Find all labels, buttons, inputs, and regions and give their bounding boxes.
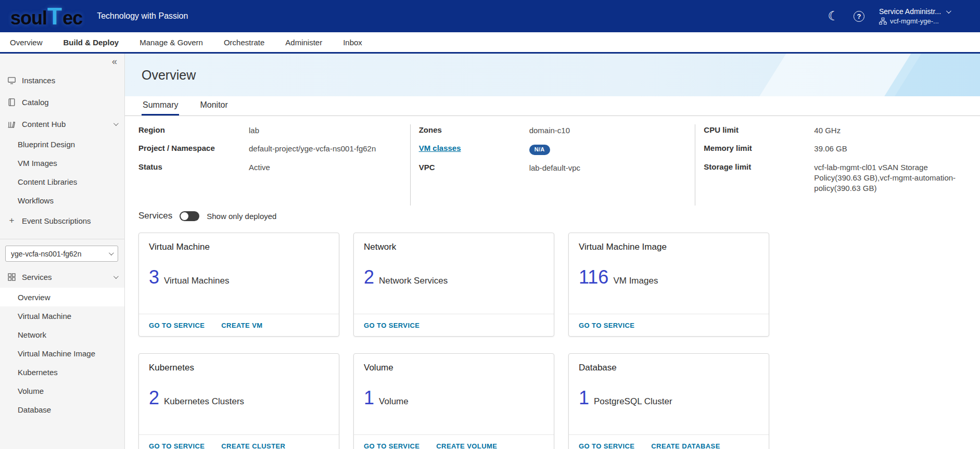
page-tabs: Summary Monitor bbox=[125, 96, 980, 116]
card-actions: GO TO SERVICE bbox=[354, 314, 554, 336]
card-actions: GO TO SERVICE CREATE DATABASE bbox=[569, 434, 769, 449]
go-to-service-link[interactable]: GO TO SERVICE bbox=[149, 322, 205, 329]
sidebar-item-services-overview[interactable]: Overview bbox=[0, 288, 124, 306]
tab-build-deploy[interactable]: Build & Deploy bbox=[62, 33, 120, 52]
show-only-deployed-toggle[interactable] bbox=[180, 211, 199, 221]
summary-row: Memory limit 39.06 GB bbox=[704, 144, 970, 154]
sidebar-item-workflows[interactable]: Workflows bbox=[0, 191, 124, 210]
go-to-service-link[interactable]: GO TO SERVICE bbox=[364, 442, 419, 449]
create-cluster-link[interactable]: CREATE CLUSTER bbox=[221, 442, 285, 449]
sidebar-item-services-database[interactable]: Database bbox=[0, 400, 124, 419]
card-actions: GO TO SERVICE CREATE VOLUME bbox=[354, 434, 554, 449]
card-title: Virtual Machine bbox=[149, 242, 329, 252]
summary-label: Project / Namespace bbox=[138, 144, 249, 152]
sidebar-item-event-subscriptions[interactable]: + Event Subscriptions bbox=[0, 210, 124, 232]
sidebar-item-blueprint-design[interactable]: Blueprint Design bbox=[0, 135, 124, 153]
summary-row: Project / Namespace default-project/yge-… bbox=[138, 144, 400, 154]
sidebar-collapse-icon[interactable]: « bbox=[112, 57, 117, 66]
go-to-service-link[interactable]: GO TO SERVICE bbox=[364, 322, 419, 329]
tab-monitor[interactable]: Monitor bbox=[199, 97, 228, 116]
sidebar-item-catalog[interactable]: Catalog bbox=[0, 91, 124, 113]
card-actions: GO TO SERVICE CREATE VM bbox=[139, 314, 339, 336]
card-body: Virtual Machine 3 Virtual Machines bbox=[139, 233, 339, 314]
sidebar-item-services-kubernetes[interactable]: Kubernetes bbox=[0, 363, 124, 381]
card-count-row: 1 Volume bbox=[364, 387, 544, 409]
summary-column-3: CPU limit 40 GHz Memory limit 39.06 GB S… bbox=[695, 124, 980, 206]
card-count: 1 bbox=[579, 387, 589, 409]
card-count-row: 1 PostgreSQL Cluster bbox=[579, 387, 759, 409]
sidebar-item-services[interactable]: Services bbox=[0, 266, 124, 288]
card-count: 3 bbox=[149, 266, 159, 288]
chevron-down-icon[interactable] bbox=[113, 274, 119, 279]
summary-label: Memory limit bbox=[704, 144, 814, 152]
tab-overview[interactable]: Overview bbox=[9, 33, 44, 52]
services-bar: Services Show only deployed bbox=[138, 211, 980, 221]
sidebar-item-label: Event Subscriptions bbox=[22, 216, 91, 225]
summary-value: vcf-lab-mgmt-cl01 vSAN Storage Policy(39… bbox=[814, 162, 970, 194]
card-title: Volume bbox=[364, 363, 544, 373]
sidebar: « Instances Catalog bbox=[0, 54, 125, 449]
service-card-network: Network 2 Network Services GO TO SERVICE bbox=[353, 233, 554, 337]
namespace-selector-value: yge-vcfa-ns001-fg62n bbox=[11, 250, 109, 258]
create-vm-link[interactable]: CREATE VM bbox=[221, 322, 262, 329]
header-actions: ☾ ? Service Administr... bbox=[828, 7, 968, 25]
summary-value: domain-c10 bbox=[529, 125, 685, 136]
summary-value: lab-default-vpc bbox=[529, 163, 685, 173]
sidebar-item-content-libraries[interactable]: Content Libraries bbox=[0, 172, 124, 191]
dark-mode-icon[interactable]: ☾ bbox=[828, 10, 839, 22]
help-icon[interactable]: ? bbox=[854, 11, 864, 22]
card-actions: GO TO SERVICE CREATE CLUSTER bbox=[139, 434, 339, 449]
card-body: Database 1 PostgreSQL Cluster bbox=[569, 354, 769, 434]
sidebar-item-label: Services bbox=[22, 273, 108, 281]
sidebar-item-content-hub[interactable]: Content Hub bbox=[0, 113, 124, 135]
service-card-database: Database 1 PostgreSQL Cluster GO TO SERV… bbox=[568, 353, 769, 449]
service-card-volume: Volume 1 Volume GO TO SERVICE CREATE VOL… bbox=[353, 353, 554, 449]
tab-inbox[interactable]: Inbox bbox=[342, 33, 363, 52]
go-to-service-link[interactable]: GO TO SERVICE bbox=[579, 322, 634, 329]
sidebar-item-vm-images[interactable]: VM Images bbox=[0, 153, 124, 172]
go-to-service-link[interactable]: GO TO SERVICE bbox=[149, 442, 205, 449]
summary-label: Zones bbox=[419, 125, 529, 134]
create-volume-link[interactable]: CREATE VOLUME bbox=[436, 442, 497, 449]
content-hub-icon bbox=[7, 120, 16, 129]
logo-text: ec bbox=[62, 9, 82, 28]
summary-row: CPU limit 40 GHz bbox=[704, 125, 970, 136]
chevron-down-icon[interactable] bbox=[113, 121, 119, 126]
tab-administer[interactable]: Administer bbox=[284, 33, 323, 52]
sidebar-item-label: Content Hub bbox=[22, 120, 108, 129]
user-menu[interactable]: Service Administr... vcf-mgmt-yge-... bbox=[879, 7, 968, 25]
go-to-service-link[interactable]: GO TO SERVICE bbox=[579, 442, 634, 449]
create-database-link[interactable]: CREATE DATABASE bbox=[651, 442, 720, 449]
chevron-down-icon bbox=[946, 8, 951, 14]
summary-row: Region lab bbox=[138, 125, 400, 136]
summary-grid: Region lab Project / Namespace default-p… bbox=[125, 116, 980, 206]
card-count-row: 3 Virtual Machines bbox=[149, 266, 329, 288]
tab-summary[interactable]: Summary bbox=[142, 97, 179, 116]
service-card-virtual-machine: Virtual Machine 3 Virtual Machines GO TO… bbox=[138, 233, 339, 337]
tab-manage-govern[interactable]: Manage & Govern bbox=[138, 33, 204, 52]
sidebar-item-services-vm-image[interactable]: Virtual Machine Image bbox=[0, 344, 124, 363]
summary-row: VPC lab-default-vpc bbox=[419, 163, 685, 173]
chevron-down-icon bbox=[109, 250, 114, 255]
service-cards-grid: Virtual Machine 3 Virtual Machines GO TO… bbox=[138, 233, 980, 449]
service-card-vm-image: Virtual Machine Image 116 VM Images GO T… bbox=[568, 233, 769, 337]
sidebar-item-instances[interactable]: Instances bbox=[0, 69, 124, 91]
summary-row: VM classes N/A bbox=[419, 144, 685, 155]
card-count-row: 2 Network Services bbox=[364, 266, 544, 288]
sidebar-item-services-volume[interactable]: Volume bbox=[0, 381, 124, 400]
tab-orchestrate[interactable]: Orchestrate bbox=[223, 33, 265, 52]
summary-row: Storage limit vcf-lab-mgmt-cl01 vSAN Sto… bbox=[704, 162, 970, 194]
logo-text-accent: T bbox=[47, 4, 62, 28]
sidebar-item-label: Catalog bbox=[22, 98, 49, 107]
card-count: 2 bbox=[364, 266, 374, 288]
vm-classes-link[interactable]: VM classes bbox=[419, 144, 529, 152]
summary-column-2: Zones domain-c10 VM classes N/A VPC lab-… bbox=[410, 124, 695, 206]
card-body: Network 2 Network Services bbox=[354, 233, 554, 314]
card-count-label: Kubernetes Clusters bbox=[164, 396, 244, 407]
namespace-selector[interactable]: yge-vcfa-ns001-fg62n bbox=[5, 246, 118, 262]
toggle-label: Show only deployed bbox=[207, 212, 276, 221]
plus-icon: + bbox=[7, 215, 16, 226]
sidebar-item-services-network[interactable]: Network bbox=[0, 325, 124, 344]
services-icon bbox=[7, 273, 16, 281]
sidebar-item-services-virtual-machine[interactable]: Virtual Machine bbox=[0, 306, 124, 325]
